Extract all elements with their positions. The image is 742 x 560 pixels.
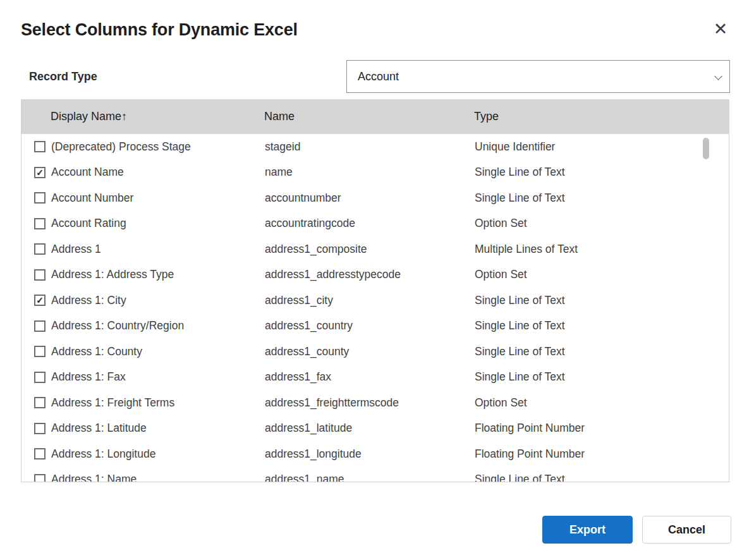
table-row[interactable]: Address 1: Longitude address1_longitude … (21, 441, 729, 467)
type-cell: Multiple Lines of Text (475, 243, 729, 256)
row-checkbox[interactable] (34, 269, 46, 281)
type-cell: Single Line of Text (475, 345, 729, 358)
type-cell: Single Line of Text (475, 473, 729, 482)
row-checkbox-cell (21, 448, 51, 460)
type-cell: Single Line of Text (475, 294, 729, 307)
display-name-cell: Address 1: Fax (51, 370, 265, 384)
name-cell: address1_fax (265, 370, 475, 384)
row-checkbox[interactable] (34, 448, 46, 460)
row-checkbox[interactable] (34, 397, 46, 408)
row-checkbox-cell (21, 372, 51, 383)
name-cell: address1_composite (265, 243, 475, 256)
row-checkbox-cell (21, 141, 51, 152)
table-row[interactable]: Address 1: Address Type address1_address… (21, 262, 729, 288)
row-checkbox[interactable] (34, 218, 46, 229)
row-checkbox[interactable]: ✓ (34, 167, 46, 178)
table-row[interactable]: Address 1: County address1_county Single… (21, 339, 729, 365)
name-cell: address1_latitude (265, 422, 475, 435)
row-checkbox-cell (21, 192, 51, 204)
table-row[interactable]: ✓ Address 1: City address1_city Single L… (21, 288, 729, 313)
close-icon[interactable]: ✕ (709, 18, 732, 40)
table-body: (Deprecated) Process Stage stageid Uniqu… (21, 134, 729, 482)
table-row[interactable]: Account Number accountnumber Single Line… (21, 185, 729, 211)
row-checkbox-cell (21, 397, 51, 408)
name-cell: address1_city (265, 294, 475, 307)
name-cell: address1_longitude (265, 447, 475, 461)
type-cell: Unique Identifier (475, 140, 729, 154)
display-name-cell: Address 1: County (51, 345, 265, 358)
column-header-name[interactable]: Name (264, 110, 474, 123)
display-name-cell: Account Rating (51, 217, 265, 230)
type-cell: Floating Point Number (475, 447, 729, 461)
name-cell: accountnumber (265, 192, 475, 205)
table-row[interactable]: ✓ Account Name name Single Line of Text (21, 160, 729, 186)
row-checkbox[interactable] (34, 243, 46, 255)
column-header-display-name[interactable]: Display Name↑ (51, 110, 264, 123)
name-cell: stageid (265, 140, 475, 154)
row-checkbox-cell (21, 218, 51, 229)
table-row[interactable]: Address 1 address1_composite Multiple Li… (21, 236, 729, 262)
row-checkbox[interactable] (34, 372, 46, 383)
type-cell: Single Line of Text (475, 370, 729, 384)
table-rows: (Deprecated) Process Stage stageid Uniqu… (21, 134, 729, 482)
type-cell: Option Set (475, 268, 729, 281)
display-name-cell: Address 1: City (51, 294, 265, 307)
record-type-select[interactable]: Account (346, 60, 730, 93)
table-row[interactable]: Address 1: Latitude address1_latitude Fl… (21, 416, 729, 442)
column-header-type[interactable]: Type (474, 110, 729, 123)
display-name-cell: Address 1: Latitude (51, 422, 265, 435)
name-cell: name (265, 166, 475, 179)
type-cell: Single Line of Text (475, 166, 729, 179)
row-checkbox-cell (21, 320, 51, 332)
checkmark-icon: ✓ (36, 168, 44, 177)
chevron-down-icon (714, 72, 722, 80)
name-cell: address1_addresstypecode (265, 268, 475, 281)
column-header-label: Display Name (51, 110, 121, 123)
row-checkbox-cell (21, 269, 51, 281)
row-checkbox[interactable] (34, 141, 46, 152)
display-name-cell: Address 1: Address Type (51, 268, 265, 281)
type-cell: Single Line of Text (475, 319, 729, 332)
display-name-cell: Address 1: Freight Terms (51, 396, 265, 410)
display-name-cell: Account Number (51, 192, 265, 205)
table-row[interactable]: Address 1: Country/Region address1_count… (21, 313, 729, 339)
display-name-cell: Address 1: Longitude (51, 447, 265, 461)
row-checkbox[interactable] (34, 192, 46, 204)
table-header: Display Name↑ Name Type (21, 99, 729, 134)
row-checkbox[interactable]: ✓ (34, 295, 46, 306)
type-cell: Single Line of Text (475, 192, 729, 205)
row-checkbox-cell (21, 243, 51, 255)
sort-ascending-icon: ↑ (121, 110, 127, 123)
page-title: Select Columns for Dynamic Excel (21, 20, 298, 40)
display-name-cell: Account Name (51, 166, 265, 179)
row-checkbox[interactable] (34, 346, 46, 357)
table-row[interactable]: Address 1: Freight Terms address1_freigh… (21, 390, 729, 416)
record-type-label: Record Type (29, 70, 97, 83)
cancel-button[interactable]: Cancel (642, 516, 731, 544)
row-checkbox-cell (21, 474, 51, 482)
name-cell: accountratingcode (265, 217, 475, 230)
name-cell: address1_country (265, 319, 475, 332)
row-checkbox[interactable] (34, 474, 46, 482)
display-name-cell: Address 1: Country/Region (51, 319, 265, 332)
record-type-selected-value: Account (347, 70, 399, 83)
row-checkbox-cell: ✓ (21, 295, 51, 306)
name-cell: address1_name (265, 473, 475, 482)
type-cell: Floating Point Number (475, 422, 729, 435)
select-columns-dialog: Select Columns for Dynamic Excel ✕ Recor… (0, 0, 742, 560)
table-row[interactable]: (Deprecated) Process Stage stageid Uniqu… (21, 134, 729, 160)
type-cell: Option Set (475, 396, 729, 410)
checkmark-icon: ✓ (36, 296, 44, 305)
scrollbar-thumb[interactable] (703, 138, 709, 159)
display-name-cell: Address 1: Name (51, 473, 265, 482)
row-checkbox[interactable] (34, 320, 46, 332)
display-name-cell: Address 1 (51, 243, 265, 256)
columns-table: Display Name↑ Name Type (Deprecated) Pro… (21, 99, 729, 482)
table-row[interactable]: Address 1: Name address1_name Single Lin… (21, 467, 729, 483)
export-button[interactable]: Export (542, 516, 633, 544)
row-checkbox[interactable] (34, 423, 46, 434)
name-cell: address1_county (265, 345, 475, 358)
table-row[interactable]: Account Rating accountratingcode Option … (21, 211, 729, 237)
row-checkbox-cell (21, 423, 51, 434)
table-row[interactable]: Address 1: Fax address1_fax Single Line … (21, 365, 729, 391)
